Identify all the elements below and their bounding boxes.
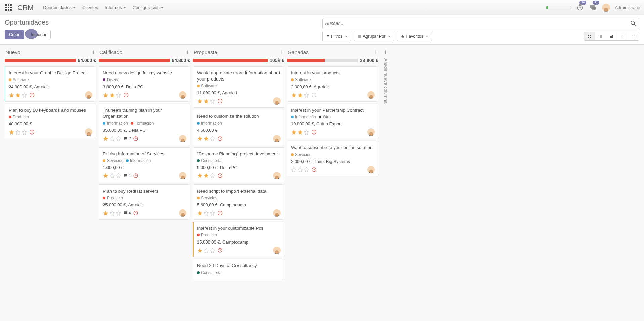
kanban-card[interactable]: "Resource Planning" project develpmentCo… xyxy=(193,147,284,182)
discuss-icon[interactable]: 21 xyxy=(589,3,597,12)
search-input[interactable] xyxy=(325,21,631,26)
nav-menu-clientes[interactable]: Clientes xyxy=(79,3,101,12)
kanban-card[interactable]: Trainee's training plan in your Organiza… xyxy=(99,104,190,145)
view-list[interactable] xyxy=(595,32,606,41)
card-subtitle: 1.000,00 € xyxy=(103,165,186,170)
activity-clock-icon[interactable] xyxy=(217,173,223,178)
column-progress-bar[interactable] xyxy=(99,59,170,62)
groupby-button[interactable]: Agrupar Por xyxy=(354,32,394,41)
view-pivot[interactable] xyxy=(617,32,628,41)
search-box[interactable] xyxy=(322,18,640,29)
activity-clock-icon[interactable] xyxy=(217,210,223,216)
activity-clock-icon[interactable] xyxy=(217,248,223,253)
column-quick-create[interactable]: + xyxy=(186,49,189,56)
salesperson-avatar[interactable] xyxy=(179,135,186,142)
salesperson-avatar[interactable] xyxy=(367,91,375,99)
kanban-card[interactable]: Want to subscribe to your online solutio… xyxy=(287,141,378,176)
salesperson-avatar[interactable] xyxy=(179,91,186,99)
salesperson-avatar[interactable] xyxy=(367,128,375,136)
priority-stars[interactable] xyxy=(291,167,309,172)
priority-stars[interactable] xyxy=(103,210,121,216)
tag: Servicios xyxy=(197,196,217,200)
messages-indicator[interactable]: 1 xyxy=(123,173,131,178)
column-quick-create[interactable]: + xyxy=(280,49,284,56)
priority-stars[interactable] xyxy=(197,98,215,104)
priority-stars[interactable] xyxy=(197,248,215,253)
column-title: Propuesta xyxy=(194,49,280,55)
column-quick-create[interactable]: + xyxy=(92,49,95,56)
priority-stars[interactable] xyxy=(197,173,215,178)
salesperson-avatar[interactable] xyxy=(273,209,281,217)
activity-clock-icon[interactable] xyxy=(217,98,223,104)
activity-clock-icon[interactable] xyxy=(311,92,317,98)
column-quick-create[interactable]: + xyxy=(374,49,378,56)
user-avatar[interactable] xyxy=(602,4,610,12)
priority-stars[interactable] xyxy=(103,92,121,98)
import-button[interactable]: Importar xyxy=(27,30,51,39)
salesperson-avatar[interactable] xyxy=(273,172,281,179)
kanban-card[interactable]: Interest in your productsSoftware2.000,0… xyxy=(287,66,378,102)
add-column[interactable]: +Añadir nueva columna xyxy=(381,47,390,316)
priority-stars[interactable] xyxy=(103,136,121,141)
priority-stars[interactable] xyxy=(103,173,121,178)
search-icon[interactable] xyxy=(630,20,636,26)
kanban-card[interactable]: Interest in your Partnership ContractInf… xyxy=(287,104,378,139)
kanban-card[interactable]: Interest in your Graphic Design ProjectS… xyxy=(5,66,96,102)
kanban-card[interactable]: Need a new design for my websiteDiseño3.… xyxy=(99,66,190,102)
trial-gauge[interactable] xyxy=(546,6,571,9)
user-name[interactable]: Administrator xyxy=(615,5,641,10)
salesperson-avatar[interactable] xyxy=(273,135,281,142)
kanban-card[interactable]: Plan to buy 60 keyboards and mousesProdu… xyxy=(5,104,96,139)
salesperson-avatar[interactable] xyxy=(273,97,281,105)
activities-icon[interactable]: 16 xyxy=(576,3,584,12)
nav-menu-configuración[interactable]: Configuración xyxy=(129,3,167,12)
create-button[interactable]: Crear xyxy=(5,30,24,39)
priority-stars[interactable] xyxy=(9,92,27,98)
brand[interactable]: CRM xyxy=(17,4,34,12)
activity-clock-icon[interactable] xyxy=(29,129,35,135)
priority-stars[interactable] xyxy=(9,129,27,135)
priority-stars[interactable] xyxy=(197,210,215,216)
card-subtitle: 3.800,00 €, Delta PC xyxy=(103,84,186,89)
kanban-card[interactable]: Need 20 Days of ConsultancyConsultoría xyxy=(193,259,284,280)
salesperson-avatar[interactable] xyxy=(367,166,375,173)
view-calendar[interactable] xyxy=(628,32,639,41)
kanban-card[interactable]: Pricing Information of ServicesServicios… xyxy=(99,147,190,182)
messages-indicator[interactable]: 2 xyxy=(123,136,131,141)
favorites-button[interactable]: Favoritos xyxy=(397,32,432,41)
activity-clock-icon[interactable] xyxy=(133,173,138,178)
tag: Otro xyxy=(319,115,331,119)
messages-indicator[interactable]: 4 xyxy=(123,211,131,215)
column-progress-bar[interactable] xyxy=(5,59,76,62)
nav-menu-oportunidades[interactable]: Oportunidades xyxy=(40,3,79,12)
activity-clock-icon[interactable] xyxy=(29,92,35,98)
kanban-card[interactable]: Need to customize the solutionInformació… xyxy=(193,110,284,145)
salesperson-avatar[interactable] xyxy=(85,91,92,99)
kanban-card[interactable]: Would appreciate more information about … xyxy=(193,66,284,108)
salesperson-avatar[interactable] xyxy=(179,209,186,217)
priority-stars[interactable] xyxy=(291,92,309,98)
kanban-card[interactable]: Plan to buy RedHat serversProducto25.000… xyxy=(99,184,190,220)
activity-clock-icon[interactable] xyxy=(133,210,138,216)
nav-menu-informes[interactable]: Informes xyxy=(101,3,129,12)
kanban-card[interactable]: Interest in your customizable PcsProduct… xyxy=(193,222,284,257)
view-graph[interactable] xyxy=(606,32,617,41)
column-progress-bar[interactable] xyxy=(193,59,268,62)
activity-clock-icon[interactable] xyxy=(123,92,129,98)
activity-clock-icon[interactable] xyxy=(133,136,138,141)
activity-clock-icon[interactable] xyxy=(311,129,317,135)
apps-icon[interactable] xyxy=(5,4,13,11)
salesperson-avatar[interactable] xyxy=(85,128,92,136)
svg-point-5 xyxy=(631,21,635,25)
activity-clock-icon[interactable] xyxy=(217,136,223,141)
salesperson-avatar[interactable] xyxy=(273,247,281,254)
salesperson-avatar[interactable] xyxy=(179,172,186,179)
tag: Servicios xyxy=(291,152,311,157)
priority-stars[interactable] xyxy=(291,129,309,135)
activity-clock-icon[interactable] xyxy=(311,167,317,172)
kanban-card[interactable]: Need script to Import external dataServi… xyxy=(193,184,284,220)
filters-button[interactable]: Filtros xyxy=(322,32,351,41)
view-kanban[interactable] xyxy=(584,32,595,41)
priority-stars[interactable] xyxy=(197,136,215,141)
column-progress-bar[interactable] xyxy=(287,59,358,62)
